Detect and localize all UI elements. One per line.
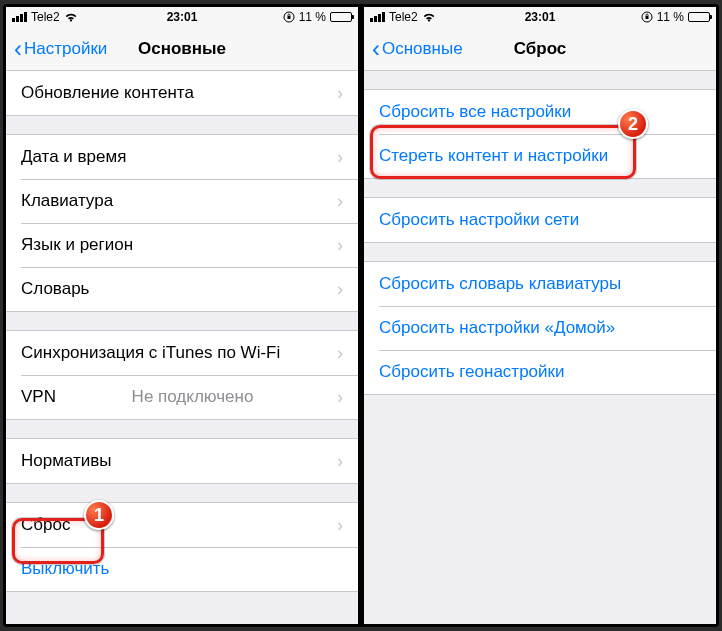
nav-bar: ‹ Основные Сброс [364,27,716,71]
row-reset-home-layout[interactable]: Сбросить настройки «Домой» [364,306,716,350]
back-label: Основные [382,39,463,59]
row-label: Сбросить настройки сети [379,210,579,230]
chevron-right-icon: › [337,147,343,168]
screenshot-pair: Tele2 23:01 11 % ‹ Настройки Основные [3,4,719,627]
chevron-right-icon: › [337,235,343,256]
chevron-right-icon: › [337,83,343,104]
back-button[interactable]: ‹ Настройки [14,37,107,61]
status-bar: Tele2 23:01 11 % [6,7,358,27]
chevron-right-icon: › [337,191,343,212]
chevron-right-icon: › [337,343,343,364]
row-erase-all-content[interactable]: Стереть контент и настройки [364,134,716,178]
row-keyboard[interactable]: Клавиатура › [6,179,358,223]
chevron-right-icon: › [337,451,343,472]
row-label: Язык и регион [21,235,133,255]
row-reset-location[interactable]: Сбросить геонастройки [364,350,716,394]
chevron-right-icon: › [337,279,343,300]
row-label: Синхронизация с iTunes по Wi-Fi [21,343,280,363]
row-vpn[interactable]: VPN Не подключено › [6,375,358,419]
row-label: Сброс [21,515,70,535]
row-label: Сбросить все настройки [379,102,571,122]
row-regulatory[interactable]: Нормативы › [6,439,358,483]
back-button[interactable]: ‹ Основные [372,37,463,61]
row-label: Стереть контент и настройки [379,146,608,166]
row-label: Нормативы [21,451,112,471]
row-reset[interactable]: Сброс › [6,503,358,547]
row-label: Сбросить настройки «Домой» [379,318,615,338]
row-reset-keyboard-dict[interactable]: Сбросить словарь клавиатуры [364,262,716,306]
row-reset-all-settings[interactable]: Сбросить все настройки [364,90,716,134]
chevron-right-icon: › [337,515,343,536]
chevron-right-icon: › [337,387,343,408]
reset-list[interactable]: Сбросить все настройки Стереть контент и… [364,71,716,624]
back-label: Настройки [24,39,107,59]
row-label: Обновление контента [21,83,194,103]
row-shutdown[interactable]: Выключить [6,547,358,591]
row-label: Сбросить словарь клавиатуры [379,274,621,294]
row-language-region[interactable]: Язык и регион › [6,223,358,267]
status-time: 23:01 [364,10,716,24]
chevron-left-icon: ‹ [372,37,380,61]
settings-list[interactable]: Обновление контента › Дата и время › Кла… [6,71,358,624]
phone-left: Tele2 23:01 11 % ‹ Настройки Основные [6,7,358,624]
status-time: 23:01 [6,10,358,24]
nav-bar: ‹ Настройки Основные [6,27,358,71]
battery-icon [688,12,710,22]
row-label: Сбросить геонастройки [379,362,565,382]
row-date-time[interactable]: Дата и время › [6,135,358,179]
phone-right: Tele2 23:01 11 % ‹ Основные Сброс [364,7,716,624]
chevron-left-icon: ‹ [14,37,22,61]
row-label: VPN [21,387,56,407]
row-detail: Не подключено [132,387,262,407]
row-reset-network[interactable]: Сбросить настройки сети [364,198,716,242]
status-bar: Tele2 23:01 11 % [364,7,716,27]
row-label: Клавиатура [21,191,113,211]
row-label: Выключить [21,559,109,579]
row-label: Дата и время [21,147,126,167]
row-itunes-wifi-sync[interactable]: Синхронизация с iTunes по Wi-Fi › [6,331,358,375]
row-dictionary[interactable]: Словарь › [6,267,358,311]
battery-icon [330,12,352,22]
row-content-update[interactable]: Обновление контента › [6,71,358,115]
row-label: Словарь [21,279,89,299]
